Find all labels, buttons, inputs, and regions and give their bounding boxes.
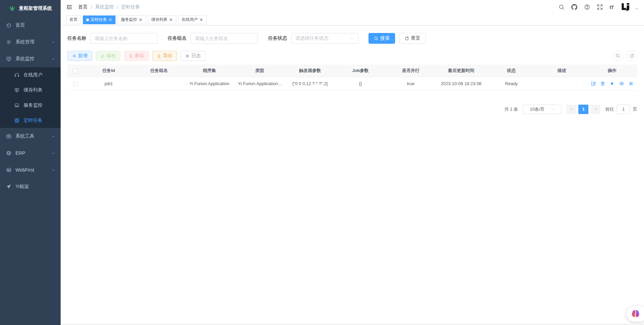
add-button[interactable]: 新增 [67, 51, 92, 61]
tab-service-monitor[interactable]: 服务监控 [118, 15, 146, 24]
hamburger-icon[interactable] [66, 4, 73, 10]
close-icon[interactable] [199, 18, 203, 22]
sidebar-item-system-mgmt[interactable]: 系统管理 [0, 34, 61, 50]
column-type: 类型 [234, 65, 285, 77]
tab-home[interactable]: 首页 [66, 15, 81, 24]
page-size-select[interactable]: 10条/页 [523, 105, 561, 114]
delete-button-label: 删除 [135, 53, 144, 59]
sidebar-item-system-tools[interactable]: 系统工具 [0, 128, 61, 145]
task-status-group: 任务状态 请选择任务状态 [268, 33, 358, 44]
goto-page-input[interactable] [617, 105, 630, 114]
close-icon[interactable] [139, 18, 142, 22]
delete-button[interactable]: 删除 [124, 51, 149, 61]
edit-icon[interactable] [591, 81, 596, 86]
chevron-left-icon [570, 107, 573, 111]
refresh-icon [630, 53, 634, 58]
sliders-icon [185, 54, 190, 58]
github-icon[interactable] [571, 4, 577, 10]
help-icon[interactable] [584, 4, 590, 10]
table-tools [612, 50, 637, 61]
log-button[interactable]: 日志 [181, 51, 205, 61]
cell-status: Ready [486, 77, 537, 90]
row-checkbox[interactable] [73, 81, 78, 86]
trash-icon[interactable] [600, 81, 605, 86]
sidebar-item-service-monitor[interactable]: 服务监控 [0, 98, 61, 113]
close-icon[interactable] [169, 18, 173, 22]
page-number-1[interactable]: 1 [578, 105, 588, 114]
sidebar-item-cache-list[interactable]: 缓存列表 [0, 82, 61, 98]
edit-icon [100, 54, 105, 58]
table-search-button[interactable] [612, 50, 623, 61]
sidebar-menu: 首页 系统管理 系统监控 在线用户 缓存列表 [0, 17, 61, 195]
log-detail-icon[interactable] [629, 81, 634, 86]
leaf-logo-icon [9, 5, 16, 12]
task-name-group: 任务名称 [67, 33, 158, 44]
column-parallel: 是否并行 [386, 65, 436, 77]
task-name-input[interactable] [90, 33, 158, 44]
goto-label: 前往 [605, 106, 614, 112]
column-status: 状态 [486, 65, 537, 77]
edit-button-label: 修改 [106, 53, 116, 59]
font-size-icon[interactable]: tT [610, 4, 614, 10]
eye-icon[interactable] [619, 81, 624, 86]
page-size-value: 10条/页 [530, 106, 545, 112]
next-page-button[interactable] [590, 105, 601, 114]
row-actions [587, 81, 637, 86]
task-status-select[interactable]: 请选择任务状态 [291, 33, 358, 44]
sidebar-item-online-users[interactable]: 在线用户 [0, 67, 61, 82]
export-button[interactable]: 导出 [152, 51, 177, 61]
breadcrumb-separator: / [117, 4, 118, 10]
ai-assistant-button[interactable] [626, 306, 644, 322]
column-description: 描述 [537, 65, 587, 77]
chevron-down-icon [52, 135, 55, 138]
tab-cache-list[interactable]: 缓存列表 [148, 15, 176, 24]
play-icon[interactable] [610, 81, 615, 86]
breadcrumb-home[interactable]: 首页 [78, 4, 88, 10]
task-group-group: 任务组名 [168, 33, 258, 44]
cell-group [134, 77, 184, 90]
brain-icon [631, 309, 641, 319]
sidebar: 意框架管理系统 首页 系统管理 系统监控 在线用户 [0, 0, 61, 325]
sidebar-item-webfirst[interactable]: WebFirst [0, 161, 61, 178]
table-header-row: 任务Id 任务组名 程序集 类型 触发器参数 Job参数 是否并行 最后更新时间… [67, 65, 637, 77]
breadcrumb-current: 定时任务 [121, 4, 140, 10]
select-all-checkbox[interactable] [73, 69, 78, 73]
sidebar-item-scheduled-tasks[interactable]: 定时任务 [0, 113, 61, 128]
search-button[interactable]: 搜索 [368, 33, 395, 44]
table-row[interactable]: job1 Yi.Furion.Application Yi.Furion.App… [67, 77, 637, 90]
fullscreen-icon[interactable] [597, 4, 603, 10]
reset-button-label: 重置 [411, 35, 420, 41]
tab-online-users[interactable]: 在线用户 [178, 15, 206, 24]
column-updated: 最后更新时间 [436, 65, 486, 77]
toolbox-icon [6, 134, 11, 139]
reset-button[interactable]: 重置 [399, 33, 426, 44]
task-status-label: 任务状态 [268, 35, 287, 41]
close-icon[interactable] [108, 18, 112, 22]
sidebar-item-home[interactable]: 首页 [0, 17, 61, 34]
task-group-input[interactable] [191, 33, 258, 44]
chevron-down-icon [350, 36, 354, 40]
sidebar-item-label: ERP [15, 150, 25, 156]
horizontal-scrollbar[interactable] [61, 324, 644, 325]
sidebar-item-label: 定时任务 [24, 117, 42, 123]
sidebar-item-erp[interactable]: ERP [0, 145, 61, 161]
sidebar-item-yi-framework[interactable]: Yi框架 [0, 178, 61, 195]
chevron-up-icon [52, 57, 55, 61]
avatar[interactable] [620, 2, 631, 12]
export-button-label: 导出 [163, 53, 172, 59]
sidebar-submenu-monitor: 在线用户 缓存列表 服务监控 定时任务 [0, 67, 61, 128]
column-assembly: 程序集 [184, 65, 234, 77]
caret-down-icon[interactable] [635, 6, 639, 10]
chevron-down-icon [52, 40, 55, 44]
app-logo[interactable]: 意框架管理系统 [0, 0, 61, 17]
prev-page-button[interactable] [566, 105, 576, 114]
tab-scheduled-tasks[interactable]: 定时任务 [83, 15, 116, 24]
pagination-total: 共 1 条 [505, 106, 518, 112]
sidebar-item-label: 系统管理 [15, 39, 34, 45]
edit-button[interactable]: 修改 [96, 51, 121, 61]
search-icon [374, 36, 378, 41]
search-icon[interactable] [558, 4, 565, 10]
server-icon [14, 103, 20, 108]
table-refresh-button[interactable] [626, 50, 637, 61]
sidebar-item-system-monitor[interactable]: 系统监控 [0, 50, 61, 67]
